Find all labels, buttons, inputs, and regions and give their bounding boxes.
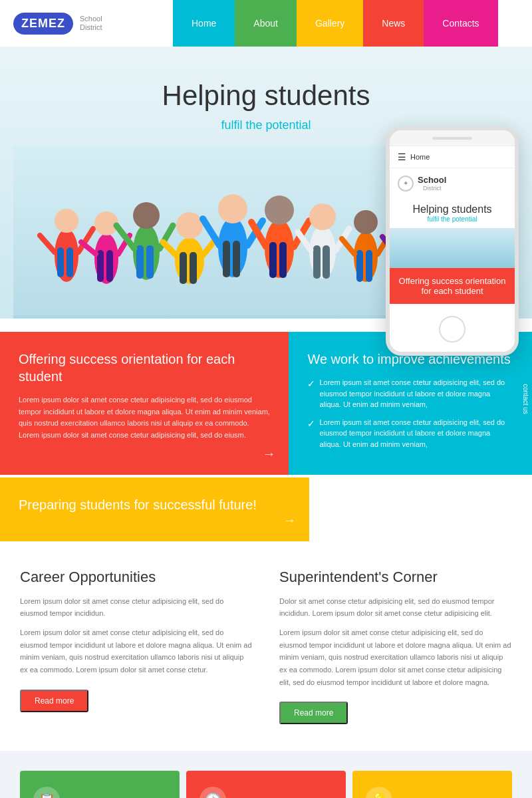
phone-home-button bbox=[439, 316, 466, 342]
feature-box-3-title: Preparing students for successful future… bbox=[19, 496, 291, 513]
svg-rect-39 bbox=[313, 245, 321, 279]
phone-logo-icon: ✦ bbox=[398, 176, 414, 192]
article-2-lead: Dolor sit amet conse ctetur adipisicing … bbox=[279, 595, 512, 620]
svg-rect-21 bbox=[180, 252, 187, 284]
article-2: Superintendent's Corner Dolor sit amet c… bbox=[279, 568, 512, 724]
header: ZEMEZ School District Home About Gallery… bbox=[0, 0, 532, 47]
nav-contacts[interactable]: Contacts bbox=[424, 0, 497, 47]
nav-news[interactable]: News bbox=[363, 0, 424, 47]
svg-point-44 bbox=[354, 210, 378, 234]
card-1-icon: 📋 bbox=[33, 787, 60, 798]
cards-section: 📋 Lorem ipsum dolor sit Lorem ipsum dolo… bbox=[0, 751, 532, 798]
svg-point-26 bbox=[218, 194, 247, 223]
feature-check-2: ✓ Lorem ipsum sit amet conse ctetur adip… bbox=[307, 417, 513, 450]
svg-rect-3 bbox=[57, 247, 64, 277]
hero-title: Helping students bbox=[13, 80, 519, 112]
logo-sub: District bbox=[80, 23, 102, 32]
feature-box-1-body: Lorem ipsum dolor sit amet conse ctetur … bbox=[19, 394, 270, 441]
feature-box-4-placeholder bbox=[309, 477, 532, 541]
svg-rect-22 bbox=[190, 252, 197, 284]
articles-section: Career Opportunities Lorem ipsum dolor s… bbox=[0, 541, 532, 751]
main-nav: Home About Gallery News Contacts bbox=[173, 0, 498, 47]
feature-boxes-row2: Preparing students for successful future… bbox=[0, 477, 532, 541]
phone-nav-bar: ☰ Home bbox=[390, 146, 515, 168]
phone-status-line bbox=[432, 137, 472, 140]
svg-point-38 bbox=[309, 203, 336, 230]
checkmark-icon-1: ✓ bbox=[307, 377, 315, 391]
svg-rect-15 bbox=[136, 245, 144, 279]
svg-point-32 bbox=[265, 196, 294, 225]
feature-box-1-title: Offering success orientation for each st… bbox=[19, 350, 270, 385]
svg-rect-10 bbox=[106, 250, 113, 282]
svg-rect-4 bbox=[66, 247, 73, 277]
article-1-body: Lorem ipsum dolor sit amet conse ctetur … bbox=[20, 626, 253, 676]
phone-mockup: ☰ Home ✦ School District Helping student… bbox=[386, 126, 519, 356]
logo-name: School bbox=[80, 15, 102, 23]
phone-logo-area: ✦ School District bbox=[390, 168, 515, 198]
logo-text: School District bbox=[80, 15, 102, 32]
card-1: 📋 Lorem ipsum dolor sit Lorem ipsum dolo… bbox=[20, 771, 180, 798]
article-1-read-more[interactable]: Read more bbox=[20, 690, 88, 712]
article-1-title: Career Opportunities bbox=[20, 568, 253, 587]
card-3-icon: 💡 bbox=[366, 787, 392, 798]
feature-check-1: ✓ Lorem ipsum sit amet conse ctetur adip… bbox=[307, 377, 513, 410]
feature-check-1-text: Lorem ipsum sit amet conse ctetur adipis… bbox=[319, 377, 513, 410]
phone-nav-label: Home bbox=[410, 153, 430, 161]
feature-box-1: Offering success orientation for each st… bbox=[0, 332, 289, 475]
hamburger-icon: ☰ bbox=[398, 152, 406, 162]
svg-rect-33 bbox=[269, 242, 277, 278]
feature-box-3: Preparing students for successful future… bbox=[0, 477, 309, 541]
card-2-icon: 🕐 bbox=[200, 787, 226, 798]
svg-rect-46 bbox=[366, 250, 372, 282]
phone-hero-text: Helping students fulfil the potential bbox=[390, 198, 515, 228]
phone-red-card: Offering success orientation for each st… bbox=[390, 268, 515, 304]
svg-point-2 bbox=[55, 209, 78, 233]
svg-rect-28 bbox=[233, 241, 240, 277]
logo-area: ZEMEZ School District bbox=[0, 13, 173, 35]
hero-section: Helping students fulfil the potential bbox=[0, 47, 532, 319]
article-1-lead: Lorem ipsum dolor sit amet conse ctetur … bbox=[20, 595, 253, 620]
nav-gallery[interactable]: Gallery bbox=[297, 0, 363, 47]
nav-home[interactable]: Home bbox=[173, 0, 235, 47]
nav-about[interactable]: About bbox=[235, 0, 297, 47]
feature-check-2-text: Lorem ipsum sit amet conse ctetur adipis… bbox=[319, 417, 513, 450]
phone-hero-image bbox=[390, 228, 515, 268]
article-2-title: Superintendent's Corner bbox=[279, 568, 512, 587]
side-contact-tab[interactable]: contact us bbox=[519, 378, 532, 420]
svg-rect-45 bbox=[356, 250, 363, 282]
svg-rect-40 bbox=[323, 245, 330, 279]
svg-rect-27 bbox=[223, 241, 230, 277]
card-2: 🕐 Lorem ipsum dolor sit Lorem ipsum dolo… bbox=[186, 771, 346, 798]
phone-hero-sub: fulfil the potential bbox=[398, 215, 507, 223]
phone-home-button-area bbox=[390, 304, 515, 352]
article-1: Career Opportunities Lorem ipsum dolor s… bbox=[20, 568, 253, 724]
phone-logo-text: School District bbox=[418, 175, 446, 192]
article-2-body: Lorem ipsum dolor sit amet conse ctetur … bbox=[279, 626, 512, 688]
svg-rect-34 bbox=[279, 242, 287, 278]
phone-status-bar bbox=[390, 130, 515, 146]
phone-logo-sub: District bbox=[418, 185, 446, 192]
article-2-read-more[interactable]: Read more bbox=[279, 702, 348, 724]
checkmark-icon-2: ✓ bbox=[307, 417, 315, 431]
card-3: 💡 Lorem ipsum dolor sit Lorem ipsum dolo… bbox=[352, 771, 512, 798]
svg-point-20 bbox=[176, 212, 203, 239]
arrow-icon-1[interactable]: → bbox=[262, 446, 275, 462]
phone-hero-title: Helping students bbox=[398, 203, 507, 215]
svg-point-14 bbox=[133, 202, 160, 229]
star-icon: ✦ bbox=[403, 180, 408, 187]
phone-logo-name: School bbox=[418, 175, 446, 185]
arrow-icon-3[interactable]: → bbox=[283, 513, 296, 528]
logo-badge[interactable]: ZEMEZ bbox=[13, 13, 73, 35]
svg-rect-16 bbox=[146, 245, 154, 279]
